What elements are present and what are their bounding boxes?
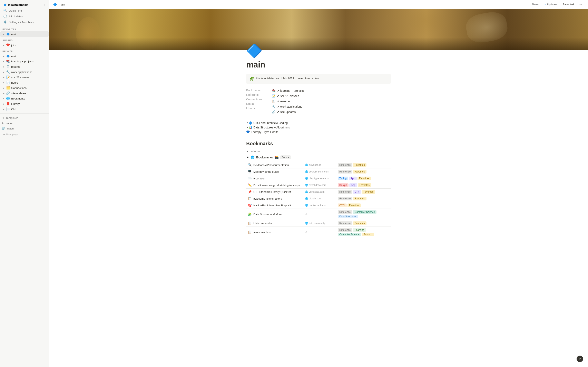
sidebar-item-label: learning + projects	[11, 60, 47, 63]
toc-reference[interactable]: Reference	[246, 93, 262, 97]
workspace-header[interactable]: 🔷 idkwhojamesis ○	[2, 2, 47, 8]
ref-icon: ↗🔷	[246, 121, 252, 125]
tag-badge[interactable]: Favorites	[347, 203, 361, 207]
heart-icon: ❤️	[6, 43, 10, 47]
table-row[interactable]: 📋awesome lists👁ReferenceLearningComputer…	[246, 227, 391, 238]
toc-connections[interactable]: Connections	[246, 98, 262, 101]
table-row[interactable]: 📌C++ Standard Library Quickref🌐vghaisas.…	[246, 189, 391, 195]
table-of-contents: Bookmarks Reference Connections Notes Li…	[246, 89, 391, 114]
tag-badge[interactable]: Favorites	[353, 163, 366, 167]
import-icon: ⬇	[2, 122, 4, 125]
templates-label: Templates	[6, 117, 18, 119]
tag-badge[interactable]: App	[349, 176, 356, 180]
tag-badge[interactable]: Reference	[338, 221, 352, 225]
reference-section: ↗🔷 CTCI and Interview Coding ↗📊 Data Str…	[246, 121, 391, 134]
source-icon: 🌐	[305, 197, 308, 200]
tag-badge[interactable]: Favorites	[353, 197, 366, 200]
sidebar-item-notes[interactable]: ▶ 📄 notes	[0, 80, 49, 85]
link-label: resume	[280, 100, 290, 103]
table-row[interactable]: ⌨️typeracer🌐play.typeracer.comTypingAppF…	[246, 175, 391, 182]
arrow-icon: ▶	[2, 108, 5, 110]
templates-button[interactable]: ⊞ Templates	[0, 115, 49, 120]
tag-badge[interactable]: Reference	[338, 197, 352, 200]
sidebar-item-js[interactable]: ▶ ❤️ j + s	[0, 42, 49, 48]
sidebar-item-connections[interactable]: ▶ 🗂️ Connections	[0, 85, 49, 91]
settings-button[interactable]: ⚙️ Settings & Members	[2, 19, 47, 25]
page-big-icon: 🔷	[246, 43, 391, 58]
favorited-button[interactable]: Favorited	[561, 2, 575, 7]
tag-badge[interactable]: Design	[338, 183, 348, 187]
row-name: DevDocs API Documentation	[253, 164, 289, 167]
link-label: site updates	[280, 110, 296, 114]
toc-learning-link[interactable]: 📚 ↗ learning + projects	[272, 89, 304, 93]
row-emoji: ⌨️	[248, 176, 252, 180]
tag-badge[interactable]: Learning	[353, 228, 366, 232]
all-updates-button[interactable]: 🕐 All Updates	[2, 13, 47, 19]
new-page-label: New page	[6, 133, 18, 136]
tag-badge[interactable]: CTCI	[338, 203, 347, 207]
ref-dsa[interactable]: ↗📊 Data Structures + Algorithms	[246, 125, 391, 130]
tag-badge[interactable]: Reference	[338, 228, 352, 232]
tag-badge[interactable]: C++	[353, 190, 361, 194]
arrow-icon: ▶	[2, 76, 5, 78]
clipboard-icon: 📋	[272, 100, 276, 103]
tag-badge[interactable]: Favorites	[358, 183, 371, 187]
table-row[interactable]: 🔍DevDocs API Documentation🌐devdocs.ioRef…	[246, 162, 391, 168]
tag-badge[interactable]: Favorites	[353, 170, 366, 174]
tag-badge[interactable]: App	[349, 183, 357, 187]
toc-site-link[interactable]: 🔗 ↗ site updates	[272, 110, 304, 114]
sidebar-item-bookmarks[interactable]: ▶ 🌐 Bookmarks	[0, 96, 49, 101]
sidebar-item-old[interactable]: ▶ 📊 Old	[0, 106, 49, 112]
trash-label: Trash	[7, 127, 14, 130]
tag-badge[interactable]: Data Structures	[338, 215, 358, 218]
import-button[interactable]: ⬇ Import	[0, 120, 49, 126]
toc-resume-link[interactable]: 📋 ↗ resume	[272, 99, 304, 104]
table-row[interactable]: 🖥️Mac dev setup guide🌐sourabhbajaj.comRe…	[246, 168, 391, 175]
tag-badge[interactable]: Reference	[338, 210, 352, 214]
table-row[interactable]: 📋List.community🌐list.communityReferenceF…	[246, 220, 391, 227]
tag-badge[interactable]: Computer Science	[338, 233, 361, 236]
updates-button[interactable]: ✓ Updates	[543, 2, 559, 7]
collapse-toggle[interactable]: ▼ collapse	[246, 150, 391, 153]
toc-notes[interactable]: Notes	[246, 102, 262, 106]
sidebar-item-label: Library	[11, 102, 47, 105]
sidebar-item-learning[interactable]: ▶ 📚 learning + projects	[0, 59, 49, 64]
toc-work-link[interactable]: 🔧 ↗ work applications	[272, 104, 304, 109]
help-button[interactable]: ?	[577, 356, 583, 362]
sidebar-item-library[interactable]: ▶ 📕 Library	[0, 101, 49, 106]
table-row[interactable]: 🎯HackerRank Interview Prep Kit🌐hackerran…	[246, 202, 391, 209]
chart-icon: 📊	[6, 107, 10, 111]
table-row[interactable]: ✏️Excalidraw - rough sketching/mockups🌐e…	[246, 182, 391, 189]
tag-badge[interactable]: Reference	[338, 190, 352, 194]
sidebar-item-main[interactable]: ▶ 🔷 main	[0, 53, 49, 59]
trash-button[interactable]: 🗑️ Trash	[0, 126, 49, 131]
new-page-button[interactable]: + New page	[2, 132, 47, 137]
table-row[interactable]: 🧩Data Structures GfG ref👁ReferenceComput…	[246, 209, 391, 220]
tag-badge[interactable]: Favori...	[362, 233, 374, 236]
tag-badge[interactable]: Favorites	[353, 221, 366, 225]
ref-therapy[interactable]: 💙 Therapy - Lyra Health	[246, 130, 391, 134]
sidebar-item-label: work applications	[11, 71, 47, 74]
tag-badge[interactable]: Typing	[338, 176, 348, 180]
arrow-icon: ▶	[2, 98, 5, 100]
tag-badge[interactable]: Reference	[338, 163, 352, 167]
toc-bookmarks[interactable]: Bookmarks	[246, 89, 262, 92]
table-row[interactable]: 📋awesome lists directory🌐github.comRefer…	[246, 195, 391, 202]
sidebar-item-main-fav[interactable]: ▶ 🔷 main	[0, 31, 49, 37]
quick-find-button[interactable]: 🔍 Quick Find	[2, 8, 47, 13]
sidebar-item-spr[interactable]: ▶ 📝 spr '21 classes	[0, 75, 49, 80]
tag-badge[interactable]: Reference	[338, 170, 352, 174]
toc-library[interactable]: Library	[246, 106, 262, 110]
more-button[interactable]: •••	[578, 2, 584, 7]
sidebar-item-resume[interactable]: ▶ 📋 resume	[0, 64, 49, 69]
ref-ctci[interactable]: ↗🔷 CTCI and Interview Coding	[246, 121, 391, 125]
sidebar-item-work[interactable]: ▶ 🔧 work applications	[0, 69, 49, 75]
tag-badge[interactable]: Favorites	[357, 176, 371, 180]
favs-filter[interactable]: favs ▾	[280, 155, 291, 159]
tag-badge[interactable]: Favorites	[362, 190, 375, 194]
toc-spr-link[interactable]: 📝 ↗ spr '21 classes	[272, 94, 304, 98]
tag-badge[interactable]: Computer Science	[353, 210, 376, 214]
sidebar-item-label: Bookmarks	[11, 97, 47, 100]
share-button[interactable]: Share	[530, 2, 540, 7]
sidebar-item-site-updates[interactable]: ▶ 🔗 site updates	[0, 91, 49, 96]
